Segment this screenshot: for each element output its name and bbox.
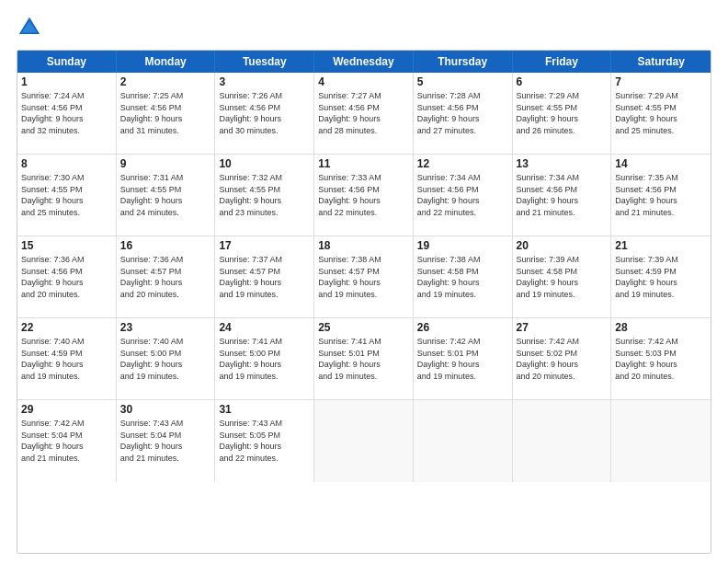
day-number: 11 <box>318 157 409 170</box>
calendar: SundayMondayTuesdayWednesdayThursdayFrid… <box>17 50 711 554</box>
weekday-header-thursday: Thursday <box>414 51 513 73</box>
day-info: Sunrise: 7:24 AM Sunset: 4:56 PM Dayligh… <box>21 90 112 136</box>
day-info: Sunrise: 7:40 AM Sunset: 5:00 PM Dayligh… <box>120 336 211 382</box>
day-info: Sunrise: 7:33 AM Sunset: 4:56 PM Dayligh… <box>318 172 409 218</box>
calendar-week-1: 1Sunrise: 7:24 AM Sunset: 4:56 PM Daylig… <box>17 73 711 155</box>
day-cell-5: 5Sunrise: 7:28 AM Sunset: 4:56 PM Daylig… <box>414 73 513 154</box>
day-cell-23: 23Sunrise: 7:40 AM Sunset: 5:00 PM Dayli… <box>117 318 216 399</box>
day-info: Sunrise: 7:38 AM Sunset: 4:57 PM Dayligh… <box>318 254 409 300</box>
day-info: Sunrise: 7:31 AM Sunset: 4:55 PM Dayligh… <box>120 172 211 218</box>
day-cell-1: 1Sunrise: 7:24 AM Sunset: 4:56 PM Daylig… <box>17 73 117 154</box>
empty-cell <box>414 400 513 482</box>
calendar-week-5: 29Sunrise: 7:42 AM Sunset: 5:04 PM Dayli… <box>17 400 711 482</box>
day-cell-15: 15Sunrise: 7:36 AM Sunset: 4:56 PM Dayli… <box>17 236 117 317</box>
weekday-header-friday: Friday <box>513 51 612 73</box>
day-number: 9 <box>120 157 211 170</box>
day-number: 21 <box>615 239 707 252</box>
day-cell-2: 2Sunrise: 7:25 AM Sunset: 4:56 PM Daylig… <box>117 73 216 154</box>
day-info: Sunrise: 7:29 AM Sunset: 4:55 PM Dayligh… <box>615 90 707 136</box>
day-number: 16 <box>120 239 211 252</box>
day-info: Sunrise: 7:39 AM Sunset: 4:58 PM Dayligh… <box>517 254 608 300</box>
day-number: 12 <box>417 157 508 170</box>
day-cell-19: 19Sunrise: 7:38 AM Sunset: 4:58 PM Dayli… <box>414 236 513 317</box>
day-number: 25 <box>318 321 409 334</box>
day-cell-4: 4Sunrise: 7:27 AM Sunset: 4:56 PM Daylig… <box>314 73 414 154</box>
logo-icon <box>17 15 42 40</box>
day-number: 31 <box>219 403 310 416</box>
day-cell-17: 17Sunrise: 7:37 AM Sunset: 4:57 PM Dayli… <box>215 236 314 317</box>
day-number: 18 <box>318 239 409 252</box>
header <box>17 15 711 40</box>
day-number: 1 <box>21 75 112 88</box>
day-info: Sunrise: 7:25 AM Sunset: 4:56 PM Dayligh… <box>120 90 211 136</box>
day-info: Sunrise: 7:27 AM Sunset: 4:56 PM Dayligh… <box>318 90 409 136</box>
day-cell-31: 31Sunrise: 7:43 AM Sunset: 5:05 PM Dayli… <box>215 400 314 482</box>
day-info: Sunrise: 7:42 AM Sunset: 5:02 PM Dayligh… <box>517 336 608 382</box>
day-cell-8: 8Sunrise: 7:30 AM Sunset: 4:55 PM Daylig… <box>17 155 117 236</box>
calendar-week-4: 22Sunrise: 7:40 AM Sunset: 4:59 PM Dayli… <box>17 318 711 400</box>
day-cell-21: 21Sunrise: 7:39 AM Sunset: 4:59 PM Dayli… <box>611 236 711 317</box>
weekday-header-sunday: Sunday <box>17 51 117 73</box>
empty-cell <box>513 400 612 482</box>
day-cell-29: 29Sunrise: 7:42 AM Sunset: 5:04 PM Dayli… <box>17 400 117 482</box>
day-info: Sunrise: 7:36 AM Sunset: 4:57 PM Dayligh… <box>120 254 211 300</box>
day-number: 14 <box>615 157 707 170</box>
day-info: Sunrise: 7:26 AM Sunset: 4:56 PM Dayligh… <box>219 90 310 136</box>
weekday-header-saturday: Saturday <box>611 51 711 73</box>
day-cell-25: 25Sunrise: 7:41 AM Sunset: 5:01 PM Dayli… <box>314 318 414 399</box>
day-cell-7: 7Sunrise: 7:29 AM Sunset: 4:55 PM Daylig… <box>611 73 711 154</box>
day-info: Sunrise: 7:37 AM Sunset: 4:57 PM Dayligh… <box>219 254 310 300</box>
day-cell-12: 12Sunrise: 7:34 AM Sunset: 4:56 PM Dayli… <box>414 155 513 236</box>
day-number: 10 <box>219 157 310 170</box>
day-number: 19 <box>417 239 508 252</box>
day-cell-11: 11Sunrise: 7:33 AM Sunset: 4:56 PM Dayli… <box>314 155 414 236</box>
day-cell-9: 9Sunrise: 7:31 AM Sunset: 4:55 PM Daylig… <box>117 155 216 236</box>
day-cell-20: 20Sunrise: 7:39 AM Sunset: 4:58 PM Dayli… <box>513 236 612 317</box>
day-cell-18: 18Sunrise: 7:38 AM Sunset: 4:57 PM Dayli… <box>314 236 414 317</box>
page: SundayMondayTuesdayWednesdayThursdayFrid… <box>0 0 728 563</box>
calendar-header: SundayMondayTuesdayWednesdayThursdayFrid… <box>17 51 711 73</box>
day-cell-24: 24Sunrise: 7:41 AM Sunset: 5:00 PM Dayli… <box>215 318 314 399</box>
day-info: Sunrise: 7:29 AM Sunset: 4:55 PM Dayligh… <box>517 90 608 136</box>
day-number: 4 <box>318 75 409 88</box>
day-info: Sunrise: 7:42 AM Sunset: 5:04 PM Dayligh… <box>21 418 112 464</box>
day-info: Sunrise: 7:34 AM Sunset: 4:56 PM Dayligh… <box>417 172 508 218</box>
empty-cell <box>314 400 414 482</box>
day-info: Sunrise: 7:39 AM Sunset: 4:59 PM Dayligh… <box>615 254 707 300</box>
day-number: 15 <box>21 239 112 252</box>
day-info: Sunrise: 7:42 AM Sunset: 5:01 PM Dayligh… <box>417 336 508 382</box>
day-info: Sunrise: 7:43 AM Sunset: 5:04 PM Dayligh… <box>120 418 211 464</box>
day-cell-6: 6Sunrise: 7:29 AM Sunset: 4:55 PM Daylig… <box>513 73 612 154</box>
day-number: 3 <box>219 75 310 88</box>
day-info: Sunrise: 7:40 AM Sunset: 4:59 PM Dayligh… <box>21 336 112 382</box>
day-number: 22 <box>21 321 112 334</box>
day-cell-3: 3Sunrise: 7:26 AM Sunset: 4:56 PM Daylig… <box>215 73 314 154</box>
weekday-header-wednesday: Wednesday <box>314 51 414 73</box>
day-number: 26 <box>417 321 508 334</box>
day-cell-13: 13Sunrise: 7:34 AM Sunset: 4:56 PM Dayli… <box>513 155 612 236</box>
weekday-header-monday: Monday <box>117 51 216 73</box>
day-cell-22: 22Sunrise: 7:40 AM Sunset: 4:59 PM Dayli… <box>17 318 117 399</box>
day-number: 7 <box>615 75 707 88</box>
day-number: 6 <box>517 75 608 88</box>
day-info: Sunrise: 7:38 AM Sunset: 4:58 PM Dayligh… <box>417 254 508 300</box>
weekday-header-tuesday: Tuesday <box>215 51 314 73</box>
day-cell-30: 30Sunrise: 7:43 AM Sunset: 5:04 PM Dayli… <box>117 400 216 482</box>
day-info: Sunrise: 7:28 AM Sunset: 4:56 PM Dayligh… <box>417 90 508 136</box>
day-number: 5 <box>417 75 508 88</box>
day-number: 29 <box>21 403 112 416</box>
day-info: Sunrise: 7:35 AM Sunset: 4:56 PM Dayligh… <box>615 172 707 218</box>
day-info: Sunrise: 7:43 AM Sunset: 5:05 PM Dayligh… <box>219 418 310 464</box>
day-number: 17 <box>219 239 310 252</box>
day-number: 20 <box>517 239 608 252</box>
day-number: 27 <box>517 321 608 334</box>
day-number: 2 <box>120 75 211 88</box>
day-number: 8 <box>21 157 112 170</box>
day-cell-10: 10Sunrise: 7:32 AM Sunset: 4:55 PM Dayli… <box>215 155 314 236</box>
logo <box>17 15 44 40</box>
day-info: Sunrise: 7:30 AM Sunset: 4:55 PM Dayligh… <box>21 172 112 218</box>
day-cell-26: 26Sunrise: 7:42 AM Sunset: 5:01 PM Dayli… <box>414 318 513 399</box>
empty-cell <box>611 400 711 482</box>
day-cell-27: 27Sunrise: 7:42 AM Sunset: 5:02 PM Dayli… <box>513 318 612 399</box>
day-number: 30 <box>120 403 211 416</box>
